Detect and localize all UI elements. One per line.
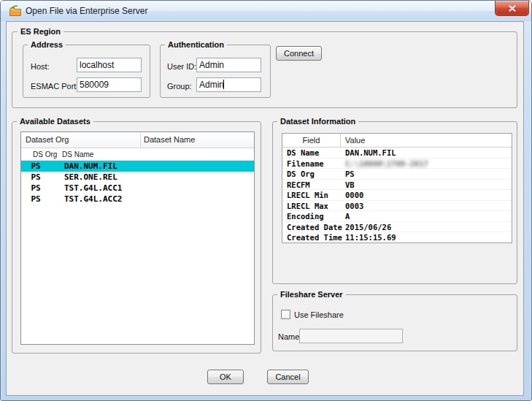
cancel-button[interactable]: Cancel [267, 370, 309, 384]
subcolumn-ds-name: DS Name [62, 150, 93, 159]
datasets-column-header: Dataset Org Dataset Name [21, 132, 254, 148]
info-row: DS Name DAN.NUM.FIL [282, 148, 512, 159]
dataset-row[interactable]: PS TST.G4L.ACC1 [21, 183, 254, 194]
info-row: Created Time 11:15:15.69 [282, 232, 512, 243]
open-folder-icon [9, 5, 22, 17]
info-value-cell: DAN.NUM.FIL [341, 148, 512, 158]
info-row: Filename C:\10000\1T00-2017 [282, 159, 512, 169]
use-fileshare-label[interactable]: Use Fileshare [294, 310, 344, 319]
column-dataset-name[interactable]: Dataset Name [141, 132, 254, 148]
dataset-org-cell: PS [21, 183, 50, 194]
datasets-listview: Dataset Org Dataset Name DS Org DS Name … [20, 131, 255, 345]
connect-button[interactable]: Connect [276, 46, 322, 61]
info-field-cell: DS Org [282, 169, 341, 179]
window-title: Open File via Enterprise Server [26, 6, 147, 16]
dataset-information-panel: Field Value DS Name DAN.NUM.FIL Filename… [282, 133, 512, 243]
dataset-row[interactable]: PS TST.G4L.ACC2 [21, 194, 254, 205]
info-field-cell: Filename [282, 159, 341, 169]
info-row: LRECL Min 0000 [282, 190, 512, 201]
host-label: Host: [31, 62, 50, 71]
dataset-name-cell: TST.G4L.ACC1 [64, 183, 122, 194]
close-button[interactable] [495, 1, 529, 16]
fileshare-server-group: Fileshare Server Use Fileshare Name: [272, 294, 517, 351]
info-field-cell: LRECL Min [282, 190, 341, 200]
info-field-cell: Created Date [282, 222, 341, 232]
fileshare-server-label: Fileshare Server [277, 289, 346, 300]
address-label: Address [28, 39, 66, 50]
close-icon [509, 5, 516, 12]
fileshare-name-label: Name: [278, 332, 301, 341]
fileshare-name-input[interactable] [299, 329, 403, 343]
info-field-cell: LRECL Max [282, 201, 341, 211]
host-input[interactable] [77, 58, 142, 72]
info-row: DS Org PS [282, 169, 512, 180]
column-dataset-org[interactable]: Dataset Org [21, 132, 141, 148]
dataset-information-label: Dataset Information [277, 116, 358, 127]
dataset-name-cell: TST.G4L.ACC2 [64, 194, 122, 205]
ok-button[interactable]: OK [207, 370, 244, 384]
info-header: Field Value [282, 134, 512, 148]
group-input[interactable] [196, 77, 261, 92]
info-value-cell: PS [341, 169, 512, 179]
datasets-subheader: DS Org DS Name [21, 148, 254, 161]
es-region-label: ES Region [18, 26, 63, 37]
dataset-name-cell: DAN.NUM.FIL [64, 161, 117, 172]
use-fileshare-checkbox[interactable] [281, 310, 290, 319]
authentication-label: Authentication [165, 39, 227, 50]
info-rows: DS Name DAN.NUM.FIL Filename C:\10000\1T… [282, 148, 512, 243]
address-group: Address Host: ESMAC Port: [23, 45, 150, 98]
info-value-cell: VB [341, 180, 512, 190]
dataset-org-cell: PS [21, 172, 50, 183]
info-field-cell: RECFM [282, 180, 341, 190]
available-datasets-label: Available Datasets [17, 116, 93, 127]
info-row: RECFM VB [282, 180, 512, 191]
available-datasets-group: Available Datasets Dataset Org Dataset N… [12, 121, 261, 354]
info-value-cell: 11:15:15.69 [341, 232, 512, 242]
info-row: Encoding A [282, 211, 512, 222]
dataset-org-cell: PS [21, 194, 50, 205]
user-id-label: User ID: [167, 62, 196, 71]
info-field-cell: DS Name [282, 148, 341, 158]
group-label: Group: [167, 82, 192, 91]
info-value-cell: 0003 [341, 201, 512, 211]
user-id-input[interactable] [196, 58, 261, 72]
column-field: Field [282, 134, 341, 147]
info-value-cell: 0000 [341, 190, 512, 200]
info-row: Created Date 2015/06/26 [282, 222, 512, 233]
dataset-row[interactable]: PS SER.ONE.REL [21, 172, 254, 183]
esmac-port-label: ESMAC Port: [31, 82, 78, 91]
title-bar[interactable]: Open File via Enterprise Server [1, 1, 531, 21]
info-value-cell: C:\10000\1T00-2017 [341, 159, 512, 169]
dataset-information-group: Dataset Information Field Value DS Name … [272, 121, 517, 284]
info-row: LRECL Max 0003 [282, 201, 512, 212]
dataset-org-cell: PS [21, 161, 50, 172]
dataset-name-cell: SER.ONE.REL [64, 172, 117, 183]
subcolumn-ds-org: DS Org [33, 150, 62, 159]
info-field-cell: Created Time [282, 232, 341, 242]
column-value: Value [341, 134, 512, 147]
dataset-row[interactable]: PS DAN.NUM.FIL [21, 161, 254, 172]
info-value-cell: 2015/06/26 [341, 222, 512, 232]
info-value-cell: A [341, 211, 512, 221]
authentication-group: Authentication User ID: Group: [160, 45, 271, 98]
text-cursor [223, 80, 224, 89]
info-field-cell: Encoding [282, 211, 341, 221]
dialog-window: Open File via Enterprise Server ES Regio… [0, 0, 532, 401]
esmac-port-input[interactable] [77, 77, 142, 92]
datasets-rows: PS DAN.NUM.FIL PS SER.ONE.REL PS TST.G4L… [21, 161, 254, 205]
